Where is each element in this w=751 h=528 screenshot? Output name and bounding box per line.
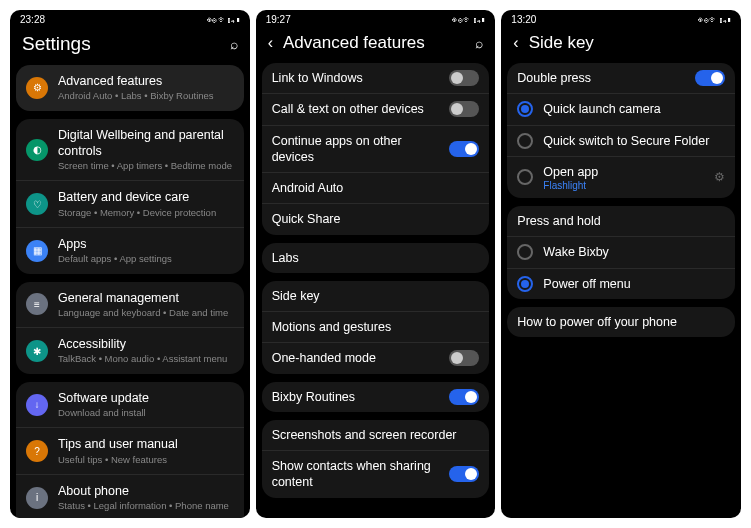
row-text: Side key xyxy=(272,288,480,304)
toggle-switch[interactable] xyxy=(449,350,479,366)
toggle-switch[interactable] xyxy=(449,466,479,482)
footer-label: How to power off your phone xyxy=(517,314,677,330)
row-label: Software update xyxy=(58,390,234,406)
radio-option[interactable]: Quick launch camera xyxy=(507,94,735,125)
radio-button[interactable] xyxy=(517,133,533,149)
settings-row[interactable]: ◐Digital Wellbeing and parental controls… xyxy=(16,119,244,182)
row-text: Show contacts when sharing content xyxy=(272,458,440,491)
settings-row[interactable]: ♡Battery and device careStorage • Memory… xyxy=(16,181,244,228)
settings-row[interactable]: Quick Share xyxy=(262,204,490,234)
row-subtitle: Language and keyboard • Date and time xyxy=(58,307,234,319)
section-header-row: Double press xyxy=(507,63,735,94)
radio-button[interactable] xyxy=(517,276,533,292)
settings-row[interactable]: Call & text on other devices xyxy=(262,94,490,125)
status-icons: ◉ ⊝ ᯤ ⫾₄ ▮ xyxy=(698,15,731,25)
back-icon[interactable]: ‹ xyxy=(268,34,273,52)
gear-icon[interactable]: ⚙ xyxy=(714,170,725,184)
settings-row[interactable]: One-handed mode xyxy=(262,343,490,373)
radio-button[interactable] xyxy=(517,244,533,260)
settings-row[interactable]: Labs xyxy=(262,243,490,273)
row-subtitle: Android Auto • Labs • Bixby Routines xyxy=(58,90,234,102)
page-title: Side key xyxy=(529,33,729,53)
option-label: Quick switch to Secure Folder xyxy=(543,133,725,149)
row-subtitle: TalkBack • Mono audio • Assistant menu xyxy=(58,353,234,365)
radio-option[interactable]: Open appFlashlight⚙ xyxy=(507,157,735,198)
settings-row[interactable]: Link to Windows xyxy=(262,63,490,94)
status-icons: ◉ ⊝ ᯤ ⫾₄ ▮ xyxy=(207,15,240,25)
status-time: 19:27 xyxy=(266,14,291,25)
toggle-switch[interactable] xyxy=(695,70,725,86)
content: Link to WindowsCall & text on other devi… xyxy=(256,63,496,518)
footer-row[interactable]: How to power off your phone xyxy=(507,307,735,337)
settings-row[interactable]: ≡General managementLanguage and keyboard… xyxy=(16,282,244,329)
row-label: Accessibility xyxy=(58,336,234,352)
press-hold-section: Press and holdWake BixbyPower off menu xyxy=(507,206,735,299)
phone-screen-0: 23:28◉ ⊝ ᯤ ⫾₄ ▮Settings⌕⚙Advanced featur… xyxy=(10,10,250,518)
row-icon: ✱ xyxy=(26,340,48,362)
row-text: Continue apps on other devices xyxy=(272,133,440,166)
row-text: Bixby Routines xyxy=(272,389,440,405)
settings-row[interactable]: Bixby Routines xyxy=(262,382,490,412)
status-time: 23:28 xyxy=(20,14,45,25)
option-label: Open app xyxy=(543,164,704,180)
row-text: Motions and gestures xyxy=(272,319,480,335)
row-icon: ≡ xyxy=(26,293,48,315)
row-text: Screenshots and screen recorder xyxy=(272,427,480,443)
content: Double pressQuick launch cameraQuick swi… xyxy=(501,63,741,518)
settings-row[interactable]: Show contacts when sharing content xyxy=(262,451,490,498)
toggle-switch[interactable] xyxy=(449,70,479,86)
radio-option[interactable]: Quick switch to Secure Folder xyxy=(507,126,735,157)
page-title: Settings xyxy=(22,33,220,55)
settings-row[interactable]: Continue apps on other devices xyxy=(262,126,490,174)
toggle-switch[interactable] xyxy=(449,101,479,117)
row-icon: ♡ xyxy=(26,193,48,215)
row-label: Bixby Routines xyxy=(272,389,440,405)
radio-button[interactable] xyxy=(517,169,533,185)
row-label: Tips and user manual xyxy=(58,436,234,452)
back-icon[interactable]: ‹ xyxy=(513,34,518,52)
settings-group: Screenshots and screen recorderShow cont… xyxy=(262,420,490,498)
radio-option[interactable]: Power off menu xyxy=(507,269,735,299)
row-label: Link to Windows xyxy=(272,70,440,86)
row-subtitle: Useful tips • New features xyxy=(58,454,234,466)
settings-group: ≡General managementLanguage and keyboard… xyxy=(16,282,244,374)
settings-row[interactable]: ?Tips and user manualUseful tips • New f… xyxy=(16,428,244,475)
settings-row[interactable]: iAbout phoneStatus • Legal information •… xyxy=(16,475,244,518)
option-label: Quick launch camera xyxy=(543,101,725,117)
option-sublabel: Flashlight xyxy=(543,180,704,191)
row-icon: ▦ xyxy=(26,240,48,262)
row-icon: ◐ xyxy=(26,139,48,161)
row-subtitle: Status • Legal information • Phone name xyxy=(58,500,234,512)
row-text: About phoneStatus • Legal information • … xyxy=(58,483,234,513)
row-text: AppsDefault apps • App settings xyxy=(58,236,234,266)
settings-group: Side keyMotions and gesturesOne-handed m… xyxy=(262,281,490,374)
row-label: Battery and device care xyxy=(58,189,234,205)
section-header: Press and hold xyxy=(517,213,600,229)
row-text: Call & text on other devices xyxy=(272,101,440,117)
settings-row[interactable]: Side key xyxy=(262,281,490,312)
row-label: Labs xyxy=(272,250,480,266)
radio-option[interactable]: Wake Bixby xyxy=(507,237,735,268)
settings-row[interactable]: ↓Software updateDownload and install xyxy=(16,382,244,429)
header: ‹Advanced features⌕ xyxy=(256,27,496,63)
settings-group: Labs xyxy=(262,243,490,273)
radio-button[interactable] xyxy=(517,101,533,117)
row-label: Motions and gestures xyxy=(272,319,480,335)
row-text: Digital Wellbeing and parental controlsS… xyxy=(58,127,234,173)
settings-row[interactable]: Motions and gestures xyxy=(262,312,490,343)
row-label: Advanced features xyxy=(58,73,234,89)
settings-row[interactable]: ⚙Advanced featuresAndroid Auto • Labs • … xyxy=(16,65,244,111)
row-label: Show contacts when sharing content xyxy=(272,458,440,491)
settings-row[interactable]: ✱AccessibilityTalkBack • Mono audio • As… xyxy=(16,328,244,374)
settings-group: ↓Software updateDownload and install?Tip… xyxy=(16,382,244,518)
search-icon[interactable]: ⌕ xyxy=(475,35,483,51)
search-icon[interactable]: ⌕ xyxy=(230,36,238,52)
settings-row[interactable]: Android Auto xyxy=(262,173,490,204)
toggle-switch[interactable] xyxy=(449,389,479,405)
row-label: Apps xyxy=(58,236,234,252)
row-text: Link to Windows xyxy=(272,70,440,86)
settings-row[interactable]: ▦AppsDefault apps • App settings xyxy=(16,228,244,274)
settings-row[interactable]: Screenshots and screen recorder xyxy=(262,420,490,451)
toggle-switch[interactable] xyxy=(449,141,479,157)
row-label: Call & text on other devices xyxy=(272,101,440,117)
